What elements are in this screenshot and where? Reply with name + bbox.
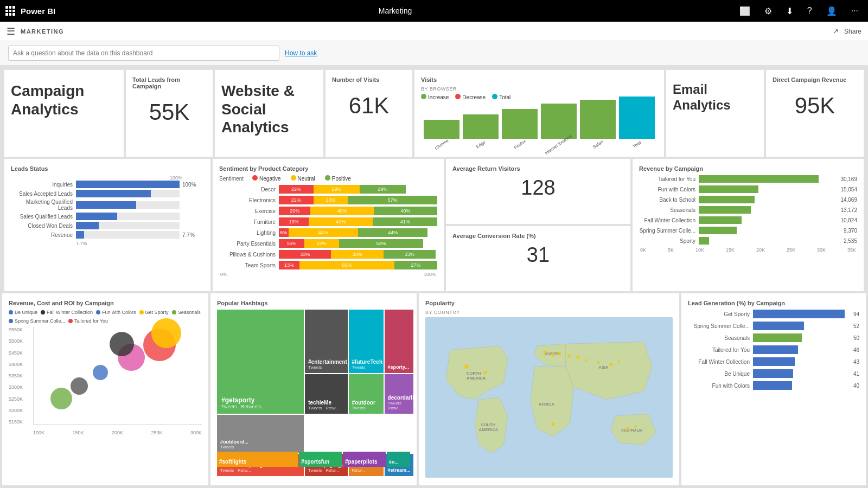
how-to-ask-link[interactable]: How to ask — [285, 49, 317, 57]
leads-bar-label: Sales Qualified Leads — [11, 214, 76, 220]
visits-kpi-value: 61K — [332, 93, 406, 119]
help-icon[interactable]: ? — [803, 4, 816, 18]
more-icon[interactable]: ··· — [847, 4, 863, 18]
tag-sportsfun: #sportsfun — [299, 452, 342, 467]
neu-seg: 33% — [331, 250, 383, 259]
leads-bar-fill — [76, 181, 180, 188]
rcr-legend-item: Fun with Colors — [96, 310, 136, 315]
leadgen-fill — [753, 369, 793, 378]
rcr-legend-item: Fall Winter Collection — [41, 310, 93, 315]
tag-sporty2: #sporty... — [385, 310, 413, 373]
hashtags-title: Popular Hashtags — [217, 300, 410, 306]
neg-seg: 19% — [279, 217, 309, 226]
tag-paperpilots: #paperpilots — [343, 452, 386, 467]
neu-seg: 40% — [310, 207, 374, 215]
rev-bar-track — [699, 206, 838, 214]
lead-gen-title: Lead Generation (%) by Campaign — [688, 300, 859, 306]
pos-legend: Positive — [325, 175, 351, 182]
rev-bar-track — [699, 216, 838, 224]
row-1: Campaign Analytics Total Leads from Camp… — [2, 68, 866, 157]
leadgen-label: Seasonals — [688, 335, 753, 341]
rev-bar-track — [699, 237, 841, 245]
sentiment-bar-track: 33% 33% 33% — [279, 250, 437, 259]
leads-bar-val: 100% — [180, 182, 204, 188]
pos-seg: 27% — [394, 261, 437, 269]
svg-point-20 — [552, 422, 555, 426]
qa-input[interactable] — [8, 46, 279, 61]
bubble-fall-winter — [110, 332, 134, 356]
leadgen-label: Spring Summer Colle... — [688, 323, 753, 329]
hamburger-icon[interactable]: ☰ — [7, 25, 15, 37]
email-analytics-card: Email Analytics — [666, 70, 764, 157]
svg-point-16 — [585, 359, 588, 362]
leadgen-bar-row: Fall Winter Collection 43 — [688, 357, 859, 366]
total-leads-label: Total Leads from Campaign — [132, 76, 206, 89]
rev-bar-val: 9,370 — [841, 228, 857, 234]
sentiment-title: Sentiment by Product Category — [219, 165, 437, 172]
total-legend: Total — [492, 94, 510, 100]
leads-bar-val: 7.7% — [180, 232, 204, 238]
sentiment-bar-track: 13% 60% 27% — [279, 261, 437, 269]
rcr-dot — [9, 310, 13, 314]
rev-bar-label: Back to School — [639, 197, 699, 203]
leads-bar-fill — [76, 190, 151, 197]
rev-bar-fill — [699, 237, 709, 245]
leads-bar-label: Marketing Qualified Leads — [11, 199, 76, 211]
leadgen-val: 46 — [851, 347, 859, 353]
hashtag-row2: #softlights #sportsfun #paperpilots #n..… — [217, 452, 410, 467]
rcr-dot — [68, 319, 73, 323]
rev-bar-fill — [699, 196, 755, 203]
grid-icon[interactable] — [5, 6, 15, 16]
rev-bar-row: Fun with Colors 15,054 — [639, 185, 857, 193]
pos-seg: 41% — [373, 217, 437, 226]
svg-text:ASIA: ASIA — [598, 365, 609, 370]
sentiment-bar-track: 16% 22% 53% — [279, 239, 437, 248]
svg-point-17 — [597, 361, 600, 364]
svg-point-14 — [568, 355, 571, 358]
leads-bar-label: Inquiries — [11, 182, 76, 188]
vbar-safari: Safari — [580, 100, 616, 147]
direct-revenue-value: 95K — [773, 93, 857, 119]
rev-bar-label: Tailored for You — [639, 176, 699, 182]
leads-100pct: 100% — [11, 175, 204, 181]
dashboard: Campaign Analytics Total Leads from Camp… — [0, 66, 868, 487]
leads-bar-track — [76, 222, 180, 229]
sentiment-bar-row: Furniture 19% 41% 41% — [219, 217, 437, 226]
svg-text:AMERICA: AMERICA — [467, 376, 486, 381]
user-icon[interactable]: 👤 — [822, 4, 841, 18]
email-analytics-title: Email Analytics — [673, 82, 757, 113]
rcr-legend-item: Seasonals — [172, 310, 201, 315]
visits-browser-placeholder: Visits BY BROWSER Increase Decrease Tota… — [414, 70, 664, 157]
rcr-legend-item: Be Unique — [9, 310, 37, 315]
campaign-analytics-card: Campaign Analytics — [4, 70, 124, 157]
popularity-card: Popularity BY COUNTRY — [419, 293, 679, 485]
pos-seg: 33% — [384, 250, 436, 259]
leads-bar-fill — [76, 201, 136, 209]
bubble-area — [33, 327, 202, 425]
leadgen-track — [753, 310, 851, 318]
vbar-chrome: Chrome — [424, 120, 459, 147]
tag-outdoord2: #outdoord... Tweets — [217, 415, 304, 453]
total-leads-card: Total Leads from Campaign 55K — [126, 70, 213, 157]
settings-icon[interactable]: ⚙ — [760, 4, 776, 18]
sentiment-bar-track: 6% 44% 44% — [279, 228, 437, 237]
leadgen-label: Fall Winter Collection — [688, 359, 753, 365]
lead-gen-card: Lead Generation (%) by Campaign Get Spor… — [681, 293, 866, 485]
popularity-subtitle: BY COUNTRY — [425, 310, 673, 315]
share-button[interactable]: Share — [844, 28, 861, 35]
sentiment-cat-label: Team Sports — [219, 262, 279, 268]
rev-campaign-bars: Tailored for You 30,169 Fun with Colors … — [639, 175, 857, 245]
leads-bar-track — [76, 190, 180, 197]
avg-return-value: 128 — [452, 176, 624, 200]
leadgen-track — [753, 333, 851, 342]
download-icon[interactable]: ⬇ — [782, 4, 797, 18]
leads-bar-track — [76, 231, 180, 239]
leadgen-fill — [753, 345, 798, 354]
svg-point-19 — [618, 361, 621, 363]
rev-bar-row: Seasonals 13,172 — [639, 206, 857, 214]
svg-point-15 — [576, 356, 579, 359]
display-icon[interactable]: ⬜ — [735, 4, 755, 18]
leads-bar-track — [76, 181, 180, 188]
sentiment-bar-row: Exercise 20% 40% 40% — [219, 207, 437, 215]
website-social-card: Website & Social Analytics — [215, 70, 323, 157]
